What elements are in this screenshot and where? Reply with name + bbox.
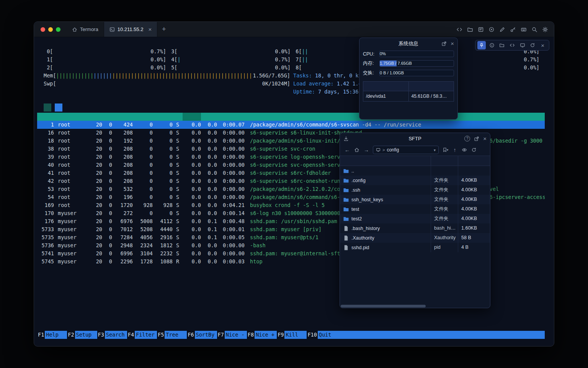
show-hidden-eye-icon[interactable] (460, 146, 469, 154)
forward-icon[interactable]: → (362, 146, 371, 154)
info-icon[interactable] (488, 41, 496, 49)
column-header[interactable] (201, 113, 217, 121)
file-name-cell: .bash_history (340, 223, 431, 233)
process-ni: 0 (102, 242, 112, 250)
filesystem-row[interactable]: /dev/vda1 45.61GB / 58.3… (363, 91, 454, 101)
folder-icon (343, 168, 349, 174)
process-pid: 16 (37, 129, 54, 137)
close-panel-icon[interactable]: × (483, 136, 487, 141)
zoom-window-button[interactable] (56, 27, 60, 32)
function-key[interactable]: F6SortBy (187, 331, 217, 339)
edit-icon[interactable] (498, 25, 506, 34)
path-breadcrumb[interactable]: > config ▾ (373, 146, 439, 154)
horizontal-scrollbar[interactable] (341, 305, 426, 307)
column-header[interactable] (183, 113, 201, 121)
close-window-button[interactable] (41, 27, 45, 32)
display-icon[interactable] (518, 41, 527, 49)
file-icon (343, 235, 349, 241)
folder-icon[interactable] (466, 25, 474, 34)
process-mem: 0.0 (201, 129, 217, 137)
function-key[interactable]: F7Nice - (217, 331, 247, 339)
process-pri: 20 (88, 225, 102, 233)
up-directory-icon[interactable]: ↑ (451, 146, 459, 154)
tab-termora[interactable]: Termora (67, 22, 104, 37)
sftp-column-header[interactable] (340, 156, 431, 166)
column-header[interactable] (217, 113, 245, 121)
file-row[interactable]: .bash_history bash_hi… 1.60KB (340, 223, 490, 233)
file-row[interactable]: .Xauthority Xauthority 58 B (340, 233, 490, 243)
process-pri: 20 (88, 217, 102, 225)
column-header[interactable] (37, 113, 54, 121)
file-row[interactable]: test2 文件夹 4.00KB (340, 214, 490, 223)
refresh-icon[interactable] (470, 146, 478, 154)
process-cpu: 0.0 (183, 153, 201, 161)
file-row[interactable]: .. (340, 166, 490, 176)
column-header[interactable] (112, 113, 133, 121)
process-shr: 0 (153, 153, 173, 161)
refresh-icon[interactable] (528, 41, 537, 49)
keyboard-icon[interactable] (519, 25, 528, 34)
tab-session[interactable]: 10.211.55.2 × (104, 22, 157, 37)
file-row[interactable]: ssh_host_keys 文件夹 4.00KB (340, 195, 490, 204)
sftp-panel: SFTP ? × ← → > config ▾ ▾ ↑ (340, 133, 490, 308)
pin-icon[interactable] (477, 41, 486, 49)
key-icon[interactable] (509, 25, 517, 34)
column-header[interactable] (133, 113, 153, 121)
function-key[interactable]: F4Filter (127, 331, 157, 339)
file-row[interactable]: .config 文件夹 4.00KB (340, 176, 490, 185)
function-key[interactable]: F2Setup (67, 331, 97, 339)
code-icon[interactable] (455, 25, 464, 34)
minimize-window-button[interactable] (48, 27, 53, 32)
open-external-icon[interactable] (474, 136, 479, 141)
settings-gear-icon[interactable] (541, 25, 549, 34)
function-key[interactable]: F10Quit (307, 331, 340, 339)
folder-icon[interactable] (498, 41, 506, 49)
sftp-column-header[interactable] (431, 156, 458, 166)
code-icon[interactable] (508, 41, 516, 49)
process-shr: 0 (153, 177, 173, 185)
process-cpu: 0.0 (183, 145, 201, 153)
process-state: S (173, 145, 183, 153)
function-key-name: F10 (307, 331, 317, 339)
htop-screen-tab[interactable] (55, 104, 62, 112)
process-state: S (173, 201, 183, 209)
column-header[interactable] (173, 113, 183, 121)
function-key[interactable]: F3Search (97, 331, 127, 339)
bookmark-icon[interactable]: ▾ (441, 146, 449, 154)
home-icon[interactable] (353, 146, 361, 154)
new-tab-button[interactable]: + (157, 22, 170, 37)
cpu-meter-label: 5[ (168, 64, 177, 72)
column-header[interactable] (102, 113, 112, 121)
close-tab-icon[interactable]: × (148, 26, 152, 32)
file-row[interactable]: sshd.pid pid 4 B (340, 243, 490, 252)
process-pri: 20 (88, 201, 102, 209)
record-icon[interactable] (487, 25, 496, 34)
process-pri: 20 (88, 177, 102, 185)
process-virt: 6996 (112, 250, 133, 258)
file-row[interactable]: test 文件夹 4.00KB (340, 204, 490, 214)
file-name: ssh_host_keys (351, 197, 383, 202)
search-icon[interactable] (530, 25, 539, 34)
back-icon[interactable]: ← (343, 146, 351, 154)
file-row[interactable]: .ssh 文件夹 4.00KB (340, 185, 490, 195)
process-table-header (37, 113, 545, 121)
column-header[interactable] (153, 113, 173, 121)
column-header[interactable] (54, 113, 88, 121)
memory-progress-bar: 1.75GB / 7.65GB (379, 60, 454, 67)
computer-icon (376, 148, 381, 152)
close-panel-icon[interactable]: × (451, 41, 454, 46)
htop-screen-tab[interactable] (44, 104, 51, 112)
function-key[interactable]: F5Tree (157, 331, 187, 339)
sftp-column-header[interactable] (458, 156, 490, 166)
function-key[interactable]: F8Nice + (247, 331, 277, 339)
help-icon[interactable]: ? (464, 136, 470, 141)
process-state: S (173, 250, 183, 258)
process-row[interactable]: 1 root 20 0 424 0 0 S 0.0 0.0 0:00.07 /p… (37, 121, 545, 129)
close-sidebar-icon[interactable]: × (539, 41, 547, 49)
log-icon[interactable] (477, 25, 485, 34)
function-key[interactable]: F9Kill (277, 331, 307, 339)
sftp-table-header (340, 156, 490, 166)
column-header[interactable] (88, 113, 102, 121)
function-key[interactable]: F1Help (37, 331, 67, 339)
open-external-icon[interactable] (441, 41, 447, 46)
